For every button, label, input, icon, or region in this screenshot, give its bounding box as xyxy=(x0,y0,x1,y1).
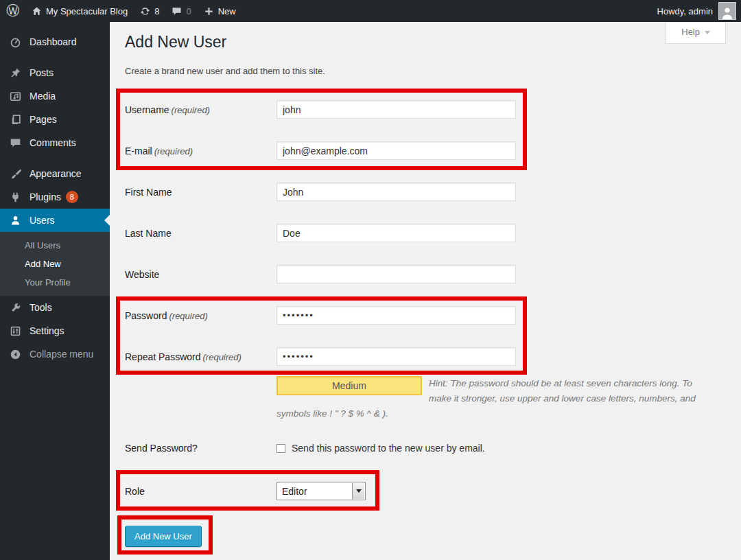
sidebar-item-label: Dashboard xyxy=(30,36,77,47)
comments-menu[interactable]: 0 xyxy=(165,0,197,22)
menu-separator xyxy=(0,54,110,61)
role-row: Role Editor xyxy=(125,482,726,500)
users-submenu: All Users Add New Your Profile xyxy=(0,232,110,296)
site-name: My Spectacular Blog xyxy=(46,6,128,16)
comments-icon xyxy=(10,137,23,149)
help-label: Help xyxy=(681,27,700,37)
wordpress-logo-icon: Ⓦ xyxy=(6,0,19,22)
chevron-down-icon xyxy=(705,31,710,34)
role-selected-value: Editor xyxy=(282,486,307,497)
site-menu[interactable]: My Spectacular Blog xyxy=(25,0,134,22)
admin-bar: Ⓦ My Spectacular Blog 8 0 New xyxy=(0,0,741,22)
menu-separator xyxy=(0,154,110,162)
update-count: 8 xyxy=(154,6,159,16)
sidebar-item-label: Users xyxy=(30,215,55,226)
send-password-checkbox[interactable] xyxy=(277,444,285,453)
sidebar-subitem-add-new[interactable]: Add New xyxy=(0,255,110,273)
password-strength-area: Medium Hint: The password should be at l… xyxy=(277,376,714,421)
submit-row: Add New User xyxy=(125,526,726,547)
role-select[interactable]: Editor xyxy=(277,482,366,500)
new-label: New xyxy=(218,6,236,16)
sidebar-item-pages[interactable]: Pages xyxy=(0,108,110,131)
sidebar-item-label: Appearance xyxy=(30,168,82,179)
pages-icon xyxy=(10,114,23,126)
admin-bar-right: Howdy, admin xyxy=(657,2,741,20)
paintbrush-icon xyxy=(10,168,23,180)
sidebar-item-media[interactable]: Media xyxy=(0,84,110,108)
sidebar-item-plugins[interactable]: Plugins 8 xyxy=(0,185,110,209)
media-icon xyxy=(10,91,23,102)
page-title: Add New User xyxy=(125,33,226,51)
sidebar-item-comments[interactable]: Comments xyxy=(0,131,110,154)
update-icon xyxy=(140,6,150,16)
sidebar-item-settings[interactable]: Settings xyxy=(0,319,110,342)
user-icon xyxy=(10,215,23,226)
send-password-checkbox-label: Send this password to the new user by em… xyxy=(292,443,485,454)
help-button[interactable]: Help xyxy=(666,22,726,44)
email-label: E-mail(required) xyxy=(125,145,277,156)
first-name-input[interactable] xyxy=(277,183,516,201)
chevron-down-icon xyxy=(356,489,362,493)
updates-menu[interactable]: 8 xyxy=(134,0,165,22)
sidebar-item-users[interactable]: Users xyxy=(0,209,110,232)
page-description: Create a brand new user and add them to … xyxy=(125,66,325,76)
email-input[interactable] xyxy=(277,141,516,160)
sidebar-item-appearance[interactable]: Appearance xyxy=(0,162,110,185)
add-new-user-button[interactable]: Add New User xyxy=(125,526,202,547)
send-password-row: Send Password? Send this password to the… xyxy=(125,443,726,454)
sidebar-item-label: Pages xyxy=(30,114,57,125)
email-row: E-mail(required) xyxy=(125,141,726,160)
repeat-password-input[interactable] xyxy=(277,347,516,366)
comment-bubble-icon xyxy=(172,6,182,16)
last-name-row: Last Name xyxy=(125,224,726,242)
dashboard-icon xyxy=(10,36,23,48)
website-label: Website xyxy=(125,269,277,280)
password-strength-meter: Medium xyxy=(277,376,422,395)
home-icon xyxy=(32,6,42,16)
required-note: (required) xyxy=(203,352,242,362)
my-account-menu[interactable]: Howdy, admin xyxy=(657,2,736,20)
pushpin-icon xyxy=(10,67,23,79)
sidebar-item-label: Media xyxy=(30,91,56,102)
role-label: Role xyxy=(125,486,277,497)
current-menu-arrow xyxy=(104,215,110,226)
required-note: (required) xyxy=(154,146,193,156)
sidebar-item-tools[interactable]: Tools xyxy=(0,296,110,319)
website-input[interactable] xyxy=(277,265,516,283)
sidebar-item-posts[interactable]: Posts xyxy=(0,61,110,84)
settings-sliders-icon xyxy=(10,325,23,337)
first-name-label: First Name xyxy=(125,187,277,198)
wp-logo-menu[interactable]: Ⓦ xyxy=(0,0,25,22)
password-label: Password(required) xyxy=(125,310,277,321)
sidebar-subitem-your-profile[interactable]: Your Profile xyxy=(0,273,110,292)
collapse-menu-button[interactable]: Collapse menu xyxy=(0,342,110,366)
sidebar-item-label: Comments xyxy=(30,137,76,148)
sidebar-subitem-all-users[interactable]: All Users xyxy=(0,236,110,255)
collapse-arrow-icon xyxy=(10,349,23,360)
select-dropdown-button[interactable] xyxy=(352,483,364,499)
repeat-password-label: Repeat Password(required) xyxy=(125,351,277,362)
sidebar-item-label: Tools xyxy=(30,302,52,313)
last-name-input[interactable] xyxy=(277,224,516,242)
admin-bar-left: Ⓦ My Spectacular Blog 8 0 New xyxy=(0,0,242,22)
username-input[interactable] xyxy=(277,100,516,119)
wrench-icon xyxy=(10,302,23,314)
sidebar-item-label: Plugins xyxy=(30,191,61,202)
sidebar-item-label: Posts xyxy=(30,67,54,78)
username-row: Username(required) xyxy=(125,100,726,119)
required-note: (required) xyxy=(172,105,210,115)
plus-icon xyxy=(204,6,214,16)
admin-sidebar: Dashboard Posts Media Pages Comments App… xyxy=(0,22,110,560)
main-content: Help Add New User Create a brand new use… xyxy=(110,22,741,560)
sidebar-item-dashboard[interactable]: Dashboard xyxy=(0,30,110,54)
last-name-label: Last Name xyxy=(125,228,277,239)
avatar xyxy=(718,2,736,20)
new-content-menu[interactable]: New xyxy=(198,0,242,22)
send-password-label: Send Password? xyxy=(125,443,277,454)
sidebar-item-label: Collapse menu xyxy=(30,349,93,360)
first-name-row: First Name xyxy=(125,183,726,201)
password-row: Password(required) xyxy=(125,306,726,325)
password-input[interactable] xyxy=(277,306,516,325)
required-note: (required) xyxy=(169,311,207,321)
comment-count: 0 xyxy=(186,6,191,16)
